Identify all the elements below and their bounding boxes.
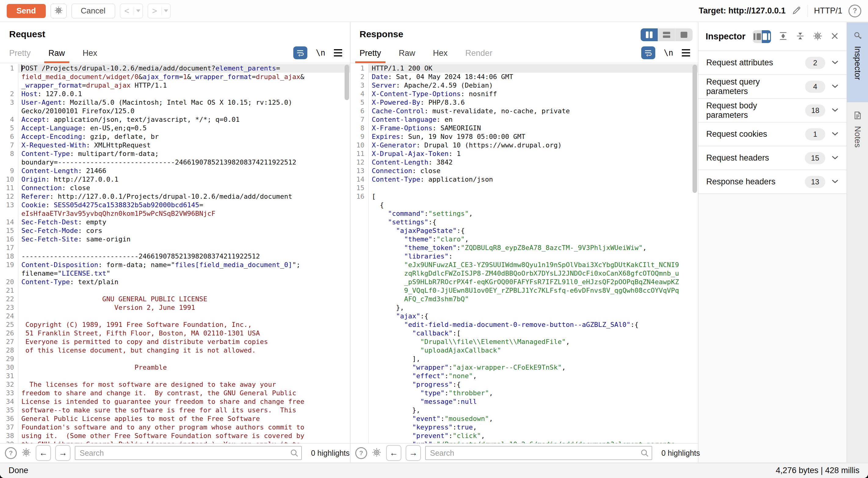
code-line[interactable]: 2Date: Sat, 04 May 2024 18:44:06 GMT <box>350 73 698 81</box>
code-line[interactable]: "prevent":"click", <box>350 431 698 440</box>
code-line[interactable]: 20Content-Type: text/plain <box>0 278 350 286</box>
inspector-section-response-headers[interactable]: Response headers13 <box>698 170 847 194</box>
code-line[interactable]: "progress":{ <box>350 380 698 389</box>
code-line[interactable]: 4X-Content-Type-Options: nosniff <box>350 90 698 98</box>
word-wrap-toggle[interactable] <box>641 47 655 59</box>
code-line[interactable]: 2Host: 127.0.0.1 <box>0 90 350 98</box>
next-request-button[interactable]: > <box>148 4 170 18</box>
code-line[interactable]: 3Server: Apache/2.4.59 (Debian) <box>350 81 698 90</box>
code-line[interactable]: 1HTTP/1.1 200 OK <box>350 64 698 73</box>
request-editor[interactable]: 1POST /Projects/drupal-10.2.6/media/add/… <box>0 63 350 443</box>
code-line[interactable]: "edit-field-media-document-0-remove-butt… <box>350 321 698 329</box>
code-line[interactable]: "message":null <box>350 397 698 406</box>
response-scrollbar[interactable] <box>692 65 697 193</box>
code-line[interactable]: 9_VQqLf0-JjUEwn8U1ov0EY_rZPBLJ1Yc7KLFsfq… <box>350 286 698 295</box>
search-help-icon[interactable]: ? <box>5 447 17 459</box>
cancel-button[interactable]: Cancel <box>71 4 115 18</box>
code-line[interactable]: _wrapper_format=drupal_ajax HTTP/1.1 <box>0 81 350 90</box>
side-tab-inspector[interactable]: Inspector <box>847 22 868 102</box>
send-settings-button[interactable] <box>51 4 66 18</box>
code-line[interactable]: 29 <box>0 355 350 363</box>
word-wrap-toggle[interactable] <box>293 47 307 59</box>
inspector-section-request-body-parameters[interactable]: Request body parameters18 <box>698 98 847 122</box>
code-line[interactable]: 1POST /Projects/drupal-10.2.6/media/add/… <box>0 64 350 73</box>
code-line[interactable]: 35software--to make sure the software is… <box>0 406 350 415</box>
code-line[interactable]: 24 <box>0 312 350 321</box>
show-newlines-toggle[interactable]: \n <box>316 48 326 57</box>
search-prev-button[interactable]: ← <box>386 445 401 461</box>
code-line[interactable]: 39the GNU Library General Public License… <box>0 440 350 443</box>
code-line[interactable]: field_media_document/widget/0&ajax_form=… <box>0 73 350 81</box>
code-line[interactable]: zqRlkgDdlcFWZoISJP8-ZM40dBBQoOrbX7DYsLJ2… <box>350 269 698 278</box>
code-line[interactable]: }, <box>350 303 698 312</box>
code-line[interactable]: _pS9HLbR7ROcrPX4f-eqKGrOQ00FAFYFsR7IFZL9… <box>350 278 698 286</box>
code-line[interactable]: 33freedom to share and change it. By con… <box>0 389 350 397</box>
code-line[interactable]: "effect":"none", <box>350 372 698 380</box>
code-line[interactable]: "settings":{ <box>350 218 698 227</box>
code-line[interactable]: 26 51 Franklin Street, Fifth Floor, Bost… <box>0 329 350 337</box>
search-help-icon[interactable]: ? <box>355 447 367 459</box>
response-editor[interactable]: 1HTTP/1.1 200 OK2Date: Sat, 04 May 2024 … <box>350 63 698 443</box>
search-input[interactable] <box>75 446 302 460</box>
code-line[interactable]: 19Content-Disposition: form-data; name="… <box>0 261 350 269</box>
code-line[interactable]: 15Sec-Fetch-Mode: cors <box>0 227 350 235</box>
help-button[interactable]: ? <box>848 5 861 18</box>
send-button[interactable]: Send <box>7 4 46 18</box>
code-line[interactable]: 30 Preamble <box>0 363 350 372</box>
code-line[interactable]: "uploadAjaxCallback" <box>350 346 698 355</box>
code-line[interactable]: 18-----------------------------246619078… <box>0 252 350 261</box>
code-line[interactable]: "callback":[ <box>350 329 698 337</box>
edit-target-button[interactable] <box>792 5 802 17</box>
prev-request-button[interactable]: < <box>120 4 143 18</box>
inspector-section-request-query-parameters[interactable]: Request query parameters4 <box>698 75 847 98</box>
code-line[interactable]: 14Sec-Fetch-Dest: empty <box>0 218 350 227</box>
code-line[interactable]: 32 The licenses for most software are de… <box>0 380 350 389</box>
code-line[interactable]: "ajax":{ <box>350 312 698 321</box>
collapse-all-button[interactable] <box>795 31 805 42</box>
code-line[interactable]: 34License is intended to guarantee your … <box>0 397 350 406</box>
search-prev-button[interactable]: ← <box>36 445 51 461</box>
code-line[interactable]: 4Accept: application/json, text/javascri… <box>0 115 350 124</box>
code-line[interactable]: 10X-Generator: Drupal 10 (https://www.dr… <box>350 141 698 150</box>
code-line[interactable]: 5Accept-Language: en-US,en;q=0.5 <box>0 124 350 132</box>
code-line[interactable]: 15 <box>350 184 698 192</box>
code-line[interactable]: 6Cache-Control: must-revalidate, no-cach… <box>350 107 698 115</box>
http-version-selector[interactable]: HTTP/1 <box>814 6 842 16</box>
code-line[interactable]: 21 <box>0 286 350 295</box>
code-line[interactable]: 13Connection: close <box>350 167 698 175</box>
code-line[interactable]: "libraries": <box>350 252 698 261</box>
search-next-button[interactable]: → <box>55 445 70 461</box>
inspector-close-button[interactable] <box>830 31 839 42</box>
code-line[interactable]: 31 <box>0 372 350 380</box>
code-line[interactable]: 5X-Powered-By: PHP/8.3.6 <box>350 98 698 107</box>
code-line[interactable]: 7Content-language: en <box>350 115 698 124</box>
show-newlines-toggle[interactable]: \n <box>664 48 673 57</box>
search-settings-button[interactable] <box>371 447 382 459</box>
code-line[interactable]: "wrapper":"ajax-wrapper--CFoEkE9TnSk", <box>350 363 698 372</box>
dock-right-button[interactable] <box>762 30 771 43</box>
code-line[interactable]: 10Origin: http://127.0.0.1 <box>0 175 350 184</box>
inspector-section-request-attributes[interactable]: Request attributes2 <box>698 51 847 75</box>
code-line[interactable]: 12Referer: http://127.0.0.1/Projects/dru… <box>0 192 350 201</box>
tab-response-render[interactable]: Render <box>465 49 493 63</box>
inspector-settings-button[interactable] <box>812 31 823 42</box>
tab-response-hex[interactable]: Hex <box>433 49 448 63</box>
layout-single-button[interactable] <box>675 28 692 41</box>
code-line[interactable]: 16Sec-Fetch-Site: same-origin <box>0 235 350 244</box>
code-line[interactable]: "keypress":true, <box>350 423 698 431</box>
side-tab-notes[interactable]: Notes <box>847 102 868 173</box>
code-line[interactable]: "eJx9UNFuwzAI_CE3-YZ9SUUIWdmw8Qyu1n19nSp… <box>350 261 698 269</box>
code-line[interactable]: 6Accept-Encoding: gzip, deflate, br <box>0 132 350 141</box>
code-line[interactable]: }, <box>350 406 698 415</box>
code-line[interactable]: "command":"settings", <box>350 209 698 218</box>
code-line[interactable]: 17 <box>0 244 350 252</box>
code-line[interactable]: filename="LICENSE.txt" <box>0 269 350 278</box>
tab-request-pretty[interactable]: Pretty <box>9 49 31 63</box>
next-dropdown[interactable] <box>162 9 170 12</box>
search-next-button[interactable]: → <box>406 445 421 461</box>
prev-dropdown[interactable] <box>134 9 143 12</box>
editor-menu-button[interactable] <box>682 49 690 57</box>
code-line[interactable]: 16[ <box>350 192 698 201</box>
code-line[interactable]: 14Content-Type: application/json <box>350 175 698 184</box>
request-scrollbar[interactable] <box>345 65 349 100</box>
